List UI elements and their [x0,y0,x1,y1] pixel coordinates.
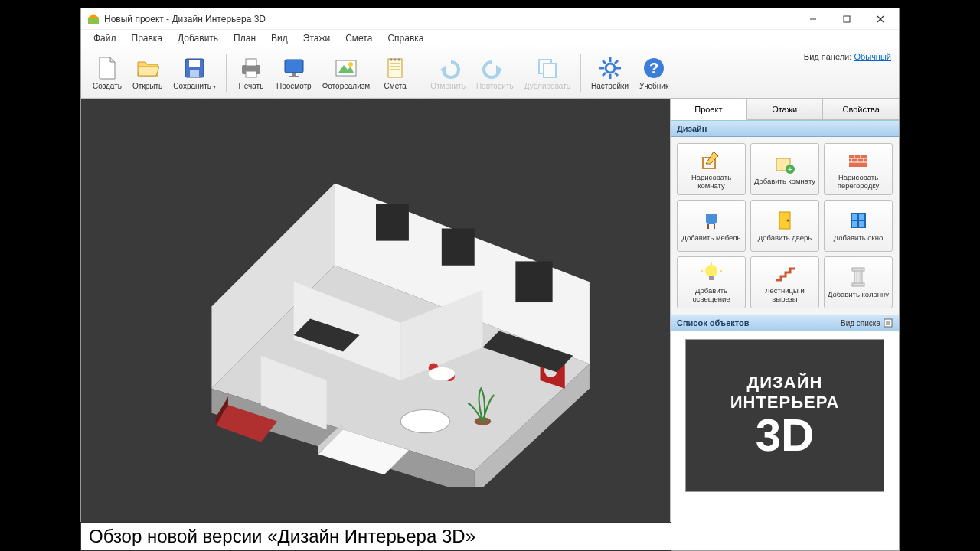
menu-view[interactable]: Вид [263,31,296,45]
undo-button[interactable]: Отменить [425,53,471,93]
svg-point-59 [400,410,449,433]
svg-point-23 [394,58,397,60]
maximize-button[interactable] [830,8,864,30]
svg-line-37 [603,73,606,76]
svg-rect-0 [88,18,99,24]
svg-rect-18 [388,59,402,77]
viewport-3d[interactable] [81,99,671,550]
svg-rect-14 [289,76,299,77]
add-room-button[interactable]: + Добавить комнату [750,143,819,195]
minimize-button[interactable] [796,8,830,30]
tutorial-button[interactable]: ? Учебник [634,53,674,93]
door-icon [773,209,796,232]
svg-marker-1 [88,14,99,18]
estimate-button[interactable]: Смета [375,53,415,93]
svg-rect-11 [246,71,256,77]
print-button[interactable]: Печать [231,53,271,93]
menu-floors[interactable]: Этажи [296,31,338,45]
menu-file[interactable]: Файл [86,31,124,45]
preview-button[interactable]: Просмотр [271,53,317,93]
create-button[interactable]: Создать [87,53,127,93]
help-icon: ? [642,56,666,80]
stairs-button[interactable]: Лестницы и вырезы [750,256,819,308]
svg-rect-90 [852,283,864,286]
separator [580,54,581,92]
svg-text:?: ? [649,60,658,77]
gear-icon [598,56,622,80]
svg-point-22 [390,58,393,60]
design-grid: Нарисовать комнату + Добавить комнату На… [671,137,899,315]
menu-help[interactable]: Справка [380,31,431,45]
stairs-icon [773,262,796,285]
redo-button[interactable]: Повторить [471,53,519,93]
add-door-button[interactable]: Добавить дверь [750,200,819,252]
lightbulb-icon [700,262,723,285]
svg-rect-28 [544,64,556,77]
app-icon [87,13,100,25]
svg-line-34 [603,60,606,64]
add-window-button[interactable]: Добавить окно [824,200,893,252]
svg-rect-84 [709,276,714,280]
svg-rect-50 [515,261,552,302]
svg-rect-13 [292,73,296,76]
svg-rect-48 [376,204,409,240]
settings-button[interactable]: Настройки [586,53,634,93]
menu-estimate[interactable]: Смета [338,31,380,45]
object-list: ДИЗАЙН ИНТЕРЬЕРА 3D [671,331,899,550]
duplicate-button[interactable]: Дублировать [519,53,576,93]
list-view-toggle[interactable]: Вид списка [841,318,893,328]
save-button[interactable]: Сохранить▾ [168,53,221,93]
window-controls [796,8,897,30]
svg-rect-7 [189,60,200,67]
draw-room-button[interactable]: Нарисовать комнату [677,143,746,195]
open-button[interactable]: Открыть [127,53,168,93]
svg-rect-77 [714,224,715,229]
svg-rect-8 [190,70,199,77]
folder-open-icon [136,56,160,80]
svg-point-29 [606,64,615,73]
design-section-header: Дизайн [671,120,899,137]
svg-rect-49 [441,228,474,265]
titlebar: Новый проект - Дизайн Интерьера 3D [81,8,899,30]
photoreal-button[interactable]: Фотореализм [317,53,376,93]
save-icon [182,56,207,80]
monitor-icon [282,56,306,80]
menu-plan[interactable]: План [226,31,263,45]
notepad-icon [383,56,407,80]
tab-properties[interactable]: Свойства [823,99,899,119]
side-tabs: Проект Этажи Свойства [671,99,899,120]
menu-add[interactable]: Добавить [170,31,226,45]
floorplan-render [126,126,626,487]
column-icon [847,266,870,289]
svg-rect-88 [854,270,862,284]
separator [226,54,227,92]
chevron-down-icon: ▾ [213,83,216,90]
panel-type-link[interactable]: Обычный [854,52,891,61]
logo-box: ДИЗАЙН ИНТЕРЬЕРА 3D [685,339,884,492]
tab-floors[interactable]: Этажи [747,99,824,119]
svg-point-63 [428,367,454,380]
menu-edit[interactable]: Правка [124,31,171,45]
brick-wall-icon [847,148,870,171]
add-furniture-button[interactable]: Добавить мебель [677,200,746,252]
list-view-icon [884,318,893,328]
add-room-icon: + [773,152,796,175]
draw-wall-button[interactable]: Нарисовать перегородку [824,143,893,195]
undo-icon [436,56,460,80]
separator [420,54,420,92]
add-light-button[interactable]: Добавить освещение [677,256,746,308]
svg-point-79 [787,220,789,222]
svg-rect-68 [849,155,867,167]
svg-rect-89 [852,268,864,271]
menubar: Файл Правка Добавить План Вид Этажи Смет… [81,30,899,47]
close-button[interactable] [864,8,897,30]
new-file-icon [95,56,119,80]
photo-icon [334,56,358,80]
svg-point-24 [398,58,400,60]
main-area: Проект Этажи Свойства Дизайн Нарисовать … [81,99,899,550]
tab-project[interactable]: Проект [671,99,747,120]
printer-icon [239,56,263,80]
svg-text:+: + [788,165,792,174]
svg-line-35 [615,73,618,76]
add-column-button[interactable]: Добавить колонну [824,256,893,308]
